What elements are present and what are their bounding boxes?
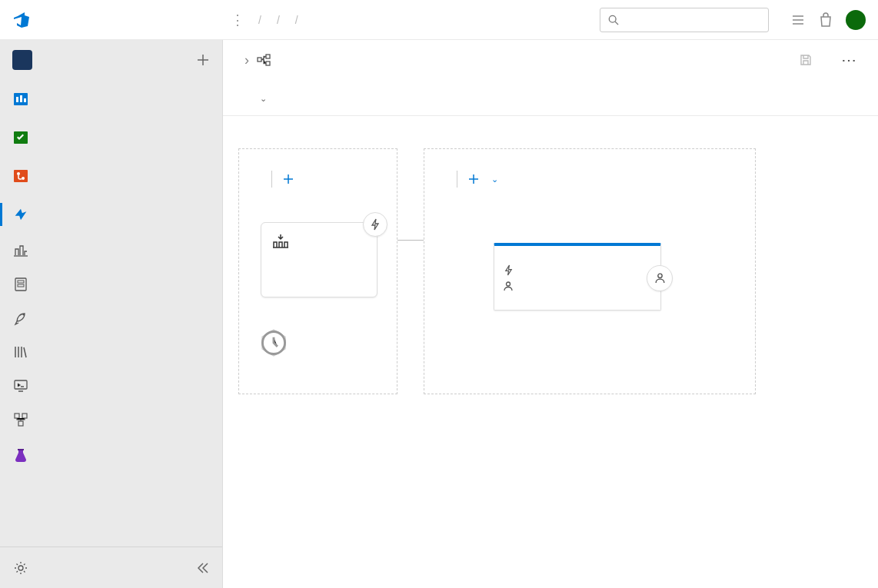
sidebar-item-repos[interactable] xyxy=(0,157,222,195)
divider xyxy=(457,171,457,188)
sidebar-item-library[interactable] xyxy=(0,335,222,369)
add-stage-button[interactable]: ⌄ xyxy=(468,174,498,184)
svg-rect-20 xyxy=(266,55,270,58)
plus-icon[interactable] xyxy=(196,53,210,67)
svg-rect-5 xyxy=(24,98,26,102)
project-badge xyxy=(12,50,32,70)
chevron-right-icon: › xyxy=(244,52,249,68)
save-icon xyxy=(800,54,812,66)
sidebar-item-test-plans[interactable] xyxy=(0,437,222,475)
sidebar xyxy=(0,40,223,588)
task-groups-icon xyxy=(12,377,29,394)
svg-point-9 xyxy=(22,177,25,180)
collapse-sidebar-icon[interactable] xyxy=(196,561,210,575)
canvas: ⌄ xyxy=(223,116,878,588)
sidebar-footer xyxy=(0,546,222,588)
svg-rect-3 xyxy=(16,97,18,102)
sidebar-item-environments[interactable] xyxy=(0,267,222,301)
plus-icon xyxy=(283,174,294,184)
artifacts-panel xyxy=(238,148,397,394)
clock-icon xyxy=(261,328,287,357)
svg-rect-19 xyxy=(258,58,261,61)
artifact-card[interactable] xyxy=(261,222,377,297)
cd-trigger-button[interactable] xyxy=(363,212,387,237)
add-artifact-button[interactable] xyxy=(283,174,298,184)
pipeline-sub-icon xyxy=(12,242,29,259)
chevron-down-icon: ⌄ xyxy=(491,174,498,184)
save-button xyxy=(792,49,826,71)
svg-rect-4 xyxy=(20,95,22,102)
search-input[interactable] xyxy=(625,14,760,26)
test-plans-icon xyxy=(12,447,29,464)
schedule-row[interactable] xyxy=(261,328,375,357)
svg-rect-13 xyxy=(15,380,27,389)
svg-rect-7 xyxy=(14,170,28,182)
sidebar-item-pipelines-sub[interactable] xyxy=(0,234,222,267)
sidebar-item-overview[interactable] xyxy=(0,80,222,118)
svg-rect-16 xyxy=(18,421,23,426)
tabs: ⌄ xyxy=(223,80,878,116)
sidebar-item-deployment-groups[interactable] xyxy=(0,403,222,437)
pipelines-icon xyxy=(12,206,29,223)
svg-point-25 xyxy=(657,274,661,277)
svg-rect-14 xyxy=(15,414,19,418)
project-row xyxy=(0,40,222,80)
schedule-hex-button[interactable] xyxy=(261,328,287,357)
project-link[interactable] xyxy=(12,50,42,70)
tab-tasks[interactable]: ⌄ xyxy=(257,82,267,113)
crumb-sep: / xyxy=(277,14,280,26)
project-settings-link[interactable] xyxy=(12,560,42,576)
svg-point-24 xyxy=(507,282,511,286)
more-vertical-icon[interactable]: ⋮ xyxy=(224,12,251,28)
library-icon xyxy=(12,344,29,360)
nav-items xyxy=(0,80,222,546)
boards-icon xyxy=(12,129,29,146)
svg-line-1 xyxy=(615,22,618,25)
repos-icon xyxy=(12,168,29,184)
divider xyxy=(271,171,272,188)
person-icon xyxy=(654,272,666,284)
svg-rect-11 xyxy=(18,281,24,283)
sidebar-item-pipelines[interactable] xyxy=(0,195,222,234)
svg-rect-15 xyxy=(22,414,27,418)
releases-icon xyxy=(12,310,29,327)
svg-rect-21 xyxy=(266,61,270,65)
chevron-down-icon: ⌄ xyxy=(260,94,267,103)
brand[interactable] xyxy=(12,11,224,29)
title-row: › ⋯ xyxy=(223,40,878,80)
pre-deployment-conditions-button[interactable] xyxy=(494,246,522,310)
overview-icon xyxy=(12,91,29,108)
person-icon xyxy=(503,281,514,291)
post-deployment-conditions-button[interactable] xyxy=(647,265,673,291)
content: › ⋯ ⌄ xyxy=(223,40,878,588)
sidebar-item-boards[interactable] xyxy=(0,118,222,157)
build-artifact-icon xyxy=(272,234,366,249)
svg-point-18 xyxy=(18,566,23,570)
svg-rect-12 xyxy=(18,284,24,287)
search-input-wrapper[interactable] xyxy=(600,8,769,32)
gear-icon xyxy=(12,560,29,576)
avatar[interactable] xyxy=(846,10,866,30)
svg-point-8 xyxy=(17,172,20,175)
stage-card[interactable] xyxy=(494,243,661,311)
plus-icon xyxy=(468,174,479,184)
breadcrumb: / / / xyxy=(258,14,306,26)
release-definition-icon xyxy=(257,53,271,67)
azure-devops-logo-icon xyxy=(12,11,31,29)
lightning-icon xyxy=(504,264,514,276)
sidebar-item-releases[interactable] xyxy=(0,301,222,335)
list-icon[interactable] xyxy=(790,12,806,28)
search-icon xyxy=(608,15,619,25)
lightning-icon xyxy=(370,218,381,231)
environments-icon xyxy=(12,276,29,293)
svg-rect-17 xyxy=(18,449,24,450)
deployment-groups-icon xyxy=(12,411,29,428)
svg-point-0 xyxy=(609,15,616,22)
more-options-icon[interactable]: ⋯ xyxy=(833,46,864,74)
crumb-sep: / xyxy=(258,14,261,26)
shopping-bag-icon[interactable] xyxy=(818,12,833,28)
sidebar-item-task-groups[interactable] xyxy=(0,369,222,403)
stages-panel: ⌄ xyxy=(424,148,756,394)
crumb-sep: / xyxy=(295,14,298,26)
